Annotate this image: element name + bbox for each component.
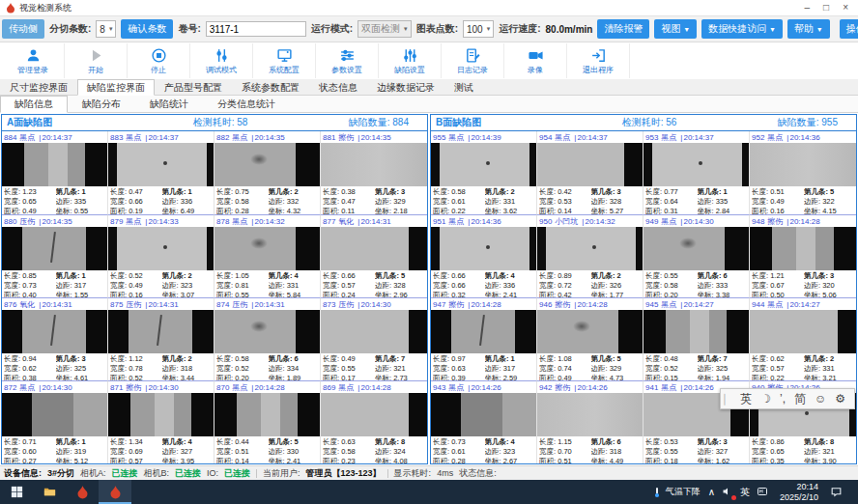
data-quick-access-menu-button[interactable]: 数据快捷访问 ▼	[701, 19, 783, 39]
defect-thumbnail[interactable]	[321, 393, 427, 436]
drive-side-button[interactable]: 传动侧	[2, 19, 44, 39]
action-monitor-button[interactable]: 系统配置	[253, 43, 316, 78]
defect-thumbnail[interactable]	[2, 310, 107, 353]
tab-sub-0[interactable]: 缺陷信息	[0, 96, 68, 113]
defect-cell[interactable]: 884黑点|20:14:37长度: 1.23宽度: 0.65面积: 0.49米数…	[2, 131, 108, 214]
taskbar-app-flame-icon-active[interactable]	[99, 480, 131, 504]
defect-thumbnail[interactable]	[750, 310, 856, 353]
defect-thumbnail[interactable]	[2, 393, 107, 436]
action-user-button[interactable]: 管理登录	[2, 43, 65, 78]
defect-thumbnail[interactable]	[750, 227, 856, 270]
gear-icon[interactable]: ⚙	[835, 392, 845, 406]
clock[interactable]: 20:14 2025/2/10	[776, 482, 822, 502]
moon-icon[interactable]: ☽	[760, 392, 771, 406]
defect-cell[interactable]: 883黑点|20:14:37长度: 0.47宽度: 0.66面积: 0.19米数…	[108, 131, 214, 214]
defect-cell[interactable]: 948擦伤|20:14:28长度: 1.21宽度: 0.67面积: 0.50米数…	[750, 214, 856, 297]
defect-thumbnail[interactable]	[537, 227, 643, 270]
ime-mode-icon[interactable]	[757, 486, 768, 499]
tray-expand-caret[interactable]: ∧	[708, 487, 715, 497]
defect-cell[interactable]: 882黑点|20:14:35长度: 0.75宽度: 0.58面积: 0.28米数…	[214, 131, 321, 214]
defect-cell[interactable]: 954黑点|20:14:37长度: 0.42宽度: 0.53面积: 0.14米数…	[537, 131, 644, 214]
tab-sub-2[interactable]: 缺陷统计	[135, 96, 203, 112]
defect-thumbnail[interactable]	[431, 310, 536, 353]
tab-sub-1[interactable]: 缺陷分布	[68, 96, 135, 112]
defect-thumbnail[interactable]	[321, 143, 427, 186]
action-stop-button[interactable]: 停止	[128, 43, 190, 78]
defect-cell[interactable]: 944黑点|20:14:27长度: 0.62宽度: 0.57面积: 0.22米数…	[750, 297, 856, 380]
start-button[interactable]	[0, 480, 33, 504]
action-params-sliders-button[interactable]: 参数设置	[316, 43, 379, 78]
emoji-icon[interactable]: ☺	[815, 392, 826, 406]
defect-cell[interactable]: 942擦伤|20:14:26长度: 1.15宽度: 0.70面积: 0.51米数…	[537, 380, 644, 463]
defect-thumbnail[interactable]	[537, 310, 643, 353]
chart-points-select[interactable]: 100 ▾	[463, 20, 494, 38]
operator-side-button[interactable]: 操作侧	[840, 19, 858, 39]
defect-cell[interactable]: 870黑点|20:14:28长度: 0.44宽度: 0.51面积: 0.14米数…	[214, 380, 321, 463]
defect-cell[interactable]: 877氧化|20:14:31长度: 0.66宽度: 0.57面积: 0.24米数…	[321, 214, 427, 297]
action-play-button[interactable]: 开始	[65, 43, 128, 78]
clear-alarm-button[interactable]: 清除报警	[597, 19, 649, 39]
tab-main-0[interactable]: 尺寸监控界面	[0, 79, 77, 95]
defect-cell[interactable]: 945黑点|20:14:27长度: 0.48宽度: 0.52面积: 0.15米数…	[644, 297, 750, 380]
defect-thumbnail[interactable]	[108, 310, 214, 353]
defect-cell[interactable]: 950小凹坑|20:14:32长度: 0.89宽度: 0.72面积: 0.42米…	[537, 214, 644, 297]
taskbar-app-flame-icon[interactable]	[66, 480, 99, 504]
ime-simplified-toggle[interactable]: 简	[794, 391, 806, 407]
defect-cell[interactable]: 874压伤|20:14:31长度: 0.58宽度: 0.52面积: 0.20米数…	[214, 297, 321, 380]
defect-cell[interactable]: 876氧化|20:14:31长度: 0.94宽度: 0.62面积: 0.38米数…	[2, 297, 108, 380]
defect-cell[interactable]: 880压伤|20:14:35长度: 0.85宽度: 0.73面积: 0.40米数…	[2, 214, 108, 297]
tab-main-2[interactable]: 产品型号配置	[155, 79, 232, 95]
defect-cell[interactable]: 869黑点|20:14:28长度: 0.63宽度: 0.58面积: 0.23米数…	[321, 380, 427, 463]
defect-cell[interactable]: 955黑点|20:14:39长度: 0.58宽度: 0.61面积: 0.22米数…	[431, 131, 537, 214]
defect-cell[interactable]: 873压伤|20:14:30长度: 0.49宽度: 0.55面积: 0.17米数…	[321, 297, 427, 380]
tab-sub-3[interactable]: 分类信息统计	[203, 96, 290, 112]
defect-cell[interactable]: 879黑点|20:14:33长度: 0.52宽度: 0.49面积: 0.16米数…	[108, 214, 214, 297]
language-indicator[interactable]: 英	[740, 486, 750, 499]
action-journal-button[interactable]: 日志记录	[442, 43, 504, 78]
defect-cell[interactable]: 881擦伤|20:14:35长度: 0.38宽度: 0.47面积: 0.11米数…	[321, 131, 427, 214]
tab-main-5[interactable]: 边缘数据记录	[367, 79, 444, 95]
action-exit-button[interactable]: 退出程序	[567, 43, 630, 78]
slit-count-select[interactable]: 8 ▾	[96, 20, 116, 38]
defect-thumbnail[interactable]	[644, 143, 749, 186]
ime-english-toggle[interactable]: 英	[740, 391, 752, 407]
close-button[interactable]: ×	[843, 3, 848, 13]
defect-thumbnail[interactable]	[537, 143, 643, 186]
tab-main-3[interactable]: 系统参数配置	[232, 79, 309, 95]
action-defect-sliders-button[interactable]: 缺陷设置	[379, 43, 442, 78]
file-explorer-icon[interactable]	[33, 480, 66, 504]
defect-thumbnail[interactable]	[2, 227, 107, 270]
confirm-count-button[interactable]: 确认条数	[121, 19, 173, 39]
defect-thumbnail[interactable]	[321, 310, 427, 353]
volume-icon[interactable]	[722, 486, 733, 499]
tab-main-6[interactable]: 测试	[444, 79, 483, 95]
defect-cell[interactable]: 943黑点|20:14:26长度: 0.73宽度: 0.61面积: 0.28米数…	[431, 380, 537, 463]
defect-cell[interactable]: 953黑点|20:14:37长度: 0.77宽度: 0.64面积: 0.31米数…	[644, 131, 750, 214]
roll-number-input[interactable]	[206, 21, 306, 37]
defect-thumbnail[interactable]	[108, 227, 214, 270]
defect-cell[interactable]: 946擦伤|20:14:28长度: 1.08宽度: 0.74面积: 0.49米数…	[537, 297, 644, 380]
defect-thumbnail[interactable]	[214, 393, 320, 436]
defect-thumbnail[interactable]	[431, 393, 536, 436]
defect-cell[interactable]: 947擦伤|20:14:28长度: 0.97宽度: 0.63面积: 0.39米数…	[431, 297, 537, 380]
defect-thumbnail[interactable]	[644, 310, 749, 353]
minimize-button[interactable]: –	[805, 3, 811, 13]
defect-thumbnail[interactable]	[108, 143, 214, 186]
defect-thumbnail[interactable]	[537, 393, 643, 436]
action-camera-button[interactable]: 录像	[504, 43, 567, 78]
defect-thumbnail[interactable]	[2, 143, 107, 186]
defect-thumbnail[interactable]	[108, 393, 214, 436]
defect-thumbnail[interactable]	[431, 227, 536, 270]
defect-cell[interactable]: 951黑点|20:14:36长度: 0.66宽度: 0.66面积: 0.32米数…	[431, 214, 537, 297]
defect-thumbnail[interactable]	[431, 143, 536, 186]
defect-cell[interactable]: 949黑点|20:14:30长度: 0.55宽度: 0.58面积: 0.20米数…	[644, 214, 750, 297]
help-menu-button[interactable]: 帮助 ▼	[787, 19, 830, 39]
maximize-button[interactable]: □	[823, 3, 829, 13]
defect-cell[interactable]: 872黑点|20:14:30长度: 0.71宽度: 0.60面积: 0.27米数…	[2, 380, 108, 463]
action-center-icon[interactable]	[830, 486, 843, 498]
defect-cell[interactable]: 878黑点|20:14:32长度: 1.05宽度: 0.81面积: 0.55米数…	[214, 214, 321, 297]
defect-thumbnail[interactable]	[750, 143, 856, 186]
defect-thumbnail[interactable]	[214, 310, 320, 353]
tab-main-4[interactable]: 状态信息	[309, 79, 367, 95]
tab-main-1[interactable]: 缺陷监控界面	[77, 79, 155, 96]
